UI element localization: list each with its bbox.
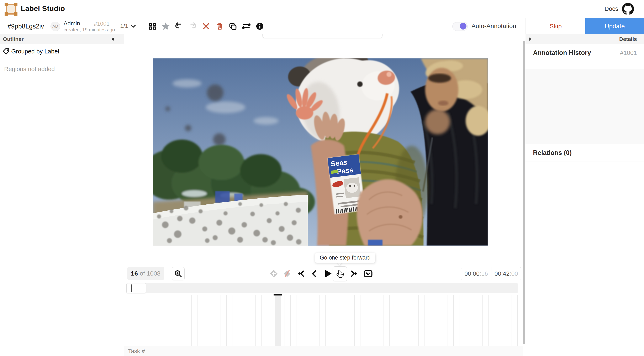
annotation-toolbar: #9pb8Lgs2iv AD Admin created, 19 minutes…	[0, 18, 644, 34]
details-header: Details	[526, 34, 644, 44]
group-by-label-row[interactable]: Grouped by Label	[0, 44, 124, 59]
auto-annotation-label: Auto-Annotation	[472, 22, 516, 30]
annotator-avatar[interactable]: AD	[50, 22, 60, 31]
grid-view-icon[interactable]	[147, 20, 158, 32]
docs-link[interactable]: Docs	[604, 6, 618, 12]
cursor-hand-icon	[337, 270, 344, 278]
star-icon[interactable]	[160, 20, 172, 32]
previous-frame-icon[interactable]	[308, 267, 321, 280]
time-duration[interactable]: 00:42:00	[491, 267, 521, 280]
details-panel: Details Annotation History #1001 Relatio…	[526, 34, 644, 356]
toggle-knob	[460, 23, 466, 30]
duplicate-icon[interactable]	[227, 20, 239, 32]
previous-keyframe-icon[interactable]	[294, 267, 307, 280]
annotation-created-time: created, 19 minutes ago	[64, 27, 115, 33]
chevron-down-icon[interactable]	[130, 24, 136, 28]
delete-icon[interactable]	[214, 20, 226, 32]
outliner-panel: Outliner Grouped by Label Regions not ad…	[0, 34, 124, 356]
info-icon[interactable]	[254, 20, 266, 32]
timeline-playhead-tick[interactable]	[274, 294, 282, 296]
github-icon[interactable]	[622, 3, 634, 15]
app-header: Label Studio Docs	[0, 0, 644, 18]
keyframe-remove-icon[interactable]	[280, 267, 294, 280]
relations-section[interactable]: Relations (0)	[526, 144, 644, 162]
redo-icon[interactable]	[187, 20, 198, 32]
details-title: Details	[619, 36, 637, 42]
time-position-main: 00:00	[464, 270, 480, 277]
app-title: Label Studio	[21, 4, 65, 13]
timeline-view-icon[interactable]	[361, 267, 375, 280]
video-frame[interactable]: Seas Pass	[153, 58, 488, 246]
frames-timeline[interactable]	[124, 295, 523, 346]
annotation-history-id: #1001	[620, 50, 637, 56]
group-by-label-text: Grouped by Label	[11, 48, 59, 55]
next-keyframe-icon[interactable]	[348, 267, 362, 280]
time-position[interactable]: 00:00:16	[461, 267, 491, 280]
regions-empty-text: Regions not added	[4, 66, 55, 72]
undo-icon[interactable]	[173, 20, 185, 32]
collapse-panel-icon[interactable]	[111, 37, 114, 41]
vertical-scrollbar[interactable]	[523, 41, 525, 344]
frame-counter[interactable]: 16 of 1008	[127, 267, 164, 280]
annotation-id: #1001	[94, 20, 110, 27]
scrubber-playhead-line	[132, 284, 132, 292]
relations-icon[interactable]	[240, 20, 252, 32]
video-scrubber-handle[interactable]	[126, 283, 146, 293]
annotation-pager[interactable]: 1/1	[120, 23, 128, 29]
outliner-header: Outliner	[0, 34, 124, 44]
annotation-history-row: Annotation History #1001	[533, 49, 637, 56]
frame-current: 16	[131, 270, 138, 277]
label-studio-logo-icon[interactable]	[4, 3, 18, 16]
auto-annotation-toggle[interactable]	[452, 22, 468, 31]
keyframe-add-icon[interactable]	[267, 267, 281, 280]
next-frame-icon[interactable]	[333, 266, 347, 281]
annotator-name: Admin	[64, 20, 80, 27]
divider	[47, 18, 47, 34]
timeline-current-frame-highlight	[275, 295, 281, 346]
update-button[interactable]: Update	[586, 18, 644, 34]
timeline-footer: Task #	[124, 346, 523, 356]
floating-panel-edge	[262, 34, 382, 38]
annotation-history-title: Annotation History	[533, 49, 591, 56]
time-position-frames: :16	[480, 270, 488, 277]
video-scrubber-track[interactable]	[126, 283, 518, 293]
divider	[142, 18, 142, 34]
time-duration-main: 00:42	[494, 270, 510, 277]
tooltip: Go one step forward	[315, 253, 375, 263]
time-duration-frames: :00	[510, 270, 518, 277]
frame-total: of 1008	[140, 270, 160, 277]
task-id: #9pb8Lgs2iv	[8, 23, 44, 30]
zoom-in-icon[interactable]	[172, 267, 184, 280]
outliner-title: Outliner	[3, 36, 24, 42]
task-number-label: Task #	[128, 348, 145, 354]
expand-panel-icon[interactable]	[529, 37, 532, 41]
reject-icon[interactable]	[200, 20, 212, 32]
tag-icon	[2, 48, 10, 55]
skip-button[interactable]: Skip	[526, 18, 586, 34]
label-studio-app: Label Studio Docs #9pb8Lgs2iv AD Admin c…	[0, 0, 644, 356]
time-display: 00:00:16 00:42:00	[461, 267, 521, 280]
timeline-grid[interactable]	[180, 295, 522, 346]
annotation-canvas: Seas Pass	[124, 34, 523, 356]
annotation-history-empty	[526, 68, 644, 144]
